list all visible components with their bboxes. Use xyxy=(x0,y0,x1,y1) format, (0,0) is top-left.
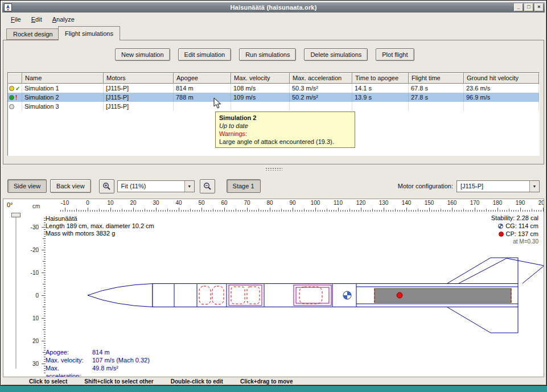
table-body: ✓Simulation 1[J115-P]814 m108 m/s50.3 m/… xyxy=(8,84,539,111)
maximize-button[interactable]: □ xyxy=(524,3,533,11)
cell-motors: [J115-P] xyxy=(104,84,174,93)
simulation-status-icon xyxy=(9,95,14,100)
cell-motors: [J115-P] xyxy=(104,93,174,102)
title-bar[interactable]: Haisunäätä (haisunaata.ork) _ □ × xyxy=(2,2,545,13)
plot-flight-button[interactable]: Plot flight xyxy=(376,48,414,61)
cell-time-to-apogee: 14.1 s xyxy=(352,84,409,93)
motor-configuration-select[interactable]: [J115-P] ▼ xyxy=(456,180,540,192)
column-header-motors[interactable]: Motors xyxy=(104,73,174,84)
rocket-mass-info: Mass with motors 3832 g xyxy=(46,230,154,237)
motor[interactable] xyxy=(375,288,511,303)
column-header-max-acceleration[interactable]: Max. acceleration xyxy=(290,73,352,84)
table-row[interactable]: !Simulation 2[J115-P]788 m109 m/s50.2 m/… xyxy=(8,93,539,102)
zoom-in-button[interactable] xyxy=(99,179,114,193)
rocket-name: Haisunäätä xyxy=(46,215,154,222)
nose-cone[interactable] xyxy=(88,284,153,307)
simulation-actions: New simulationEdit simulationRun simulat… xyxy=(115,48,414,61)
flight-data-summary: Apogee: 814 m Max. velocity: 107 m/s (Ma… xyxy=(46,348,150,377)
tab-flight-simulations[interactable]: Flight simulations xyxy=(58,26,120,40)
tab-rocket-design[interactable]: Rocket design xyxy=(6,28,60,40)
zoom-value: Fit (11%) xyxy=(118,181,184,192)
table-row[interactable]: ✓Simulation 1[J115-P]814 m108 m/s50.3 m/… xyxy=(8,84,539,93)
zoom-out-button[interactable] xyxy=(200,179,215,193)
menu-edit[interactable]: Edit xyxy=(27,14,47,24)
new-simulation-button[interactable]: New simulation xyxy=(115,48,170,61)
cg-legend-icon xyxy=(498,224,503,229)
cp-symbol xyxy=(397,292,402,298)
mach-note: at M=0.30 xyxy=(491,238,538,246)
fin-top-projected[interactable] xyxy=(459,258,544,283)
status-hint: Click to select xyxy=(29,378,67,385)
table-row[interactable]: Simulation 3[J115-P] xyxy=(8,102,539,111)
app-window: Haisunäätä (haisunaata.ork) _ □ × FileEd… xyxy=(0,0,547,386)
zoom-select[interactable]: Fit (11%) ▼ xyxy=(117,180,195,192)
cell-apogee: 814 m xyxy=(174,84,231,93)
simulation-status-icon xyxy=(9,86,14,91)
cp-legend-icon xyxy=(499,232,504,237)
zoom-dropdown-arrow-icon[interactable]: ▼ xyxy=(184,181,194,192)
window-title: Haisunäätä (haisunaata.ork) xyxy=(2,4,545,11)
cell-time-to-apogee: 13.9 s xyxy=(352,93,409,102)
hint-bar: Click to selectShift+click to select oth… xyxy=(3,378,544,385)
fin-bottom[interactable] xyxy=(447,307,518,333)
motor-configuration-value: [J115-P] xyxy=(457,181,529,192)
column-header-ground-hit-velocity[interactable]: Ground hit velocity xyxy=(464,73,539,84)
run-simulations-button[interactable]: Run simulations xyxy=(239,48,296,61)
minimize-button[interactable]: _ xyxy=(514,3,523,11)
zoom-in-icon xyxy=(102,182,111,191)
max-velocity-value: 107 m/s (Mach 0.32) xyxy=(92,356,150,364)
edit-simulation-button[interactable]: Edit simulation xyxy=(178,48,232,61)
delete-simulations-button[interactable]: Delete simulations xyxy=(304,48,368,61)
stage-1-toggle[interactable]: Stage 1 xyxy=(227,179,261,193)
cell-apogee xyxy=(174,102,231,111)
rocket-info: Haisunäätä Length 189 cm, max. diameter … xyxy=(46,215,154,237)
cell-status: ! xyxy=(8,93,22,102)
status-hint: Shift+click to select other xyxy=(84,378,153,385)
cell-flight-time: 27.8 s xyxy=(409,93,464,102)
cell-max-acceleration xyxy=(290,102,352,111)
apogee-value: 814 m xyxy=(92,348,150,356)
status-hint: Click+drag to move xyxy=(240,378,293,385)
cell-motors: [J115-P] xyxy=(104,102,174,111)
side-view-button[interactable]: Side view xyxy=(7,179,47,193)
max-acceleration-value: 49.8 m/s² xyxy=(92,364,150,377)
cell-ground-hit-velocity: 23.6 m/s xyxy=(464,84,539,93)
menu-file[interactable]: File xyxy=(6,14,26,24)
column-header-status[interactable] xyxy=(8,73,22,84)
cell-flight-time: 67.8 s xyxy=(409,84,464,93)
cp-value: CP: 137 cm xyxy=(506,230,538,238)
cell-name: Simulation 3 xyxy=(22,102,104,111)
column-header-apogee[interactable]: Apogee xyxy=(174,73,231,84)
cell-apogee: 788 m xyxy=(174,93,231,102)
column-header-flight-time[interactable]: Flight time xyxy=(409,73,464,84)
cell-time-to-apogee xyxy=(352,102,409,111)
simulation-status-mark-icon: ! xyxy=(15,95,17,100)
cell-max-velocity xyxy=(231,102,290,111)
column-header-name[interactable]: Name xyxy=(22,73,104,84)
close-button[interactable]: × xyxy=(534,3,544,11)
app-icon xyxy=(4,3,12,11)
cell-name: Simulation 1 xyxy=(22,84,104,93)
motor-configuration-label: Motor configuration: xyxy=(398,183,453,189)
menu-bar: FileEditAnalyze xyxy=(3,13,544,25)
status-hint: Double-click to edit xyxy=(171,378,223,385)
cg-value: CG: 114 cm xyxy=(505,222,538,230)
motor-config-dropdown-arrow-icon[interactable]: ▼ xyxy=(529,181,539,192)
column-header-time-to-apogee[interactable]: Time to apogee xyxy=(352,73,409,84)
rocket-length-info: Length 189 cm, max. diameter 10.2 cm xyxy=(46,222,154,230)
cg-symbol xyxy=(343,291,351,299)
tooltip-title: Simulation 2 xyxy=(219,114,351,122)
cell-max-acceleration: 50.2 m/s² xyxy=(290,93,352,102)
menu-analyze[interactable]: Analyze xyxy=(48,14,79,24)
table-header: NameMotorsApogeeMax. velocityMax. accele… xyxy=(8,73,539,84)
split-handle[interactable] xyxy=(3,165,544,173)
tooltip-status: Up to date xyxy=(219,122,351,130)
cell-ground-hit-velocity xyxy=(464,102,539,111)
cell-max-velocity: 109 m/s xyxy=(231,93,290,102)
cell-status: ✓ xyxy=(8,84,22,93)
back-view-button[interactable]: Back view xyxy=(50,179,91,193)
stability-value: Stability: 2.28 cal xyxy=(491,214,538,222)
column-header-max-velocity[interactable]: Max. velocity xyxy=(231,73,290,84)
simulation-status-mark-icon: ✓ xyxy=(15,86,20,91)
max-velocity-label: Max. velocity: xyxy=(46,356,91,364)
